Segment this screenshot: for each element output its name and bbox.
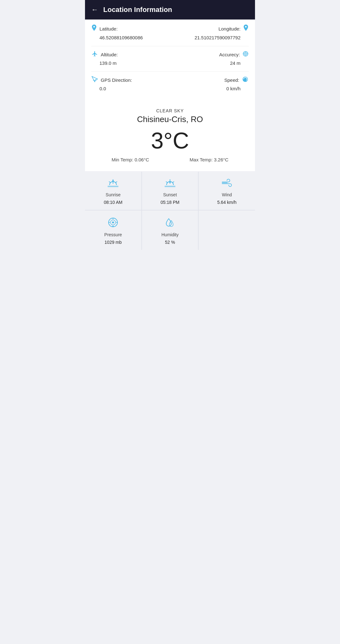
location-pin-icon: [91, 25, 97, 33]
lat-lon-row: Latitude: 46.52088109680086 Longitude: 2…: [91, 25, 249, 40]
svg-marker-14: [112, 179, 114, 181]
longitude-item: Longitude: 21.510217590097792: [170, 25, 249, 40]
gps-direction-label: GPS Direction:: [101, 77, 132, 83]
svg-point-2: [245, 53, 246, 54]
weather-cards-grid: Sunrise 08:10 AM Sunset 05:18 PM: [85, 172, 255, 250]
altitude-label: Altitude:: [101, 52, 118, 57]
accuracy-item: Accurecy: 24 m: [170, 51, 249, 66]
altitude-item: Altitude: 139.0 m: [91, 51, 170, 66]
wind-card: Wind 5.64 km/h: [199, 172, 255, 210]
location-pin-icon-2: [243, 25, 249, 33]
gps-direction-icon: [91, 76, 98, 84]
sunset-value: 05:18 PM: [161, 200, 179, 205]
alt-acc-row: Altitude: 139.0 m Accurecy:: [91, 51, 249, 66]
speed-item: Speed: 0 km/h: [170, 76, 249, 91]
sunrise-value: 08:10 AM: [104, 200, 122, 205]
pressure-value: 1029 mb: [105, 240, 122, 245]
speed-icon: [242, 76, 249, 84]
sunset-label: Sunset: [163, 192, 177, 197]
latitude-value: 46.52088109680086: [91, 35, 170, 40]
sunrise-label: Sunrise: [106, 192, 121, 197]
weather-minmax: Min Temp: 0.06°C Max Temp: 3.26°C: [91, 157, 249, 162]
max-temp: Max Temp: 3.26°C: [190, 157, 228, 162]
header: ← Location Information: [85, 0, 255, 20]
latitude-label: Latitude:: [99, 26, 118, 31]
latitude-item: Latitude: 46.52088109680086: [91, 25, 170, 40]
longitude-label: Longitude:: [218, 26, 241, 31]
weather-condition: CLEAR SKY: [91, 108, 249, 113]
speed-label: Speed:: [224, 77, 239, 83]
weather-section: CLEAR SKY Chisineu-Cris, RO 3°C Min Temp…: [85, 102, 255, 171]
sunset-card: Sunset 05:18 PM: [142, 172, 198, 210]
humidity-label: Humidity: [162, 232, 178, 237]
humidity-card: Humidity 52 %: [142, 210, 198, 250]
back-button[interactable]: ←: [91, 6, 98, 14]
svg-marker-20: [169, 182, 171, 184]
humidity-icon: [164, 217, 176, 230]
accuracy-icon: [242, 51, 249, 59]
gps-direction-value: 0.0: [91, 86, 170, 91]
pressure-card: Pressure 1029 mb: [85, 210, 141, 250]
wind-label: Wind: [222, 192, 232, 197]
accuracy-label: Accurecy:: [219, 52, 240, 57]
altitude-value: 139.0 m: [91, 60, 170, 66]
gps-direction-item: GPS Direction: 0.0: [91, 76, 170, 91]
wind-icon: [221, 178, 233, 190]
altitude-icon: [91, 51, 98, 59]
sunrise-icon: [107, 178, 119, 190]
empty-card: [199, 210, 255, 250]
location-info-section: Latitude: 46.52088109680086 Longitude: 2…: [85, 20, 255, 102]
sunset-icon: [164, 178, 176, 190]
svg-point-24: [112, 221, 114, 223]
sunrise-card: Sunrise 08:10 AM: [85, 172, 141, 210]
longitude-value: 21.510217590097792: [195, 35, 249, 40]
svg-point-7: [94, 81, 95, 82]
min-temp: Min Temp: 0.06°C: [111, 157, 149, 162]
weather-temperature: 3°C: [91, 129, 249, 152]
page-title: Location Information: [103, 6, 172, 14]
speed-value: 0 km/h: [226, 86, 249, 91]
pressure-label: Pressure: [104, 232, 122, 237]
gps-speed-row: GPS Direction: 0.0 Speed: 0 km/h: [91, 76, 249, 91]
humidity-value: 52 %: [165, 240, 175, 245]
weather-city: Chisineu-Cris, RO: [91, 115, 249, 124]
pressure-icon: [107, 217, 119, 230]
accuracy-value: 24 m: [230, 60, 249, 66]
wind-value: 5.64 km/h: [217, 200, 236, 205]
